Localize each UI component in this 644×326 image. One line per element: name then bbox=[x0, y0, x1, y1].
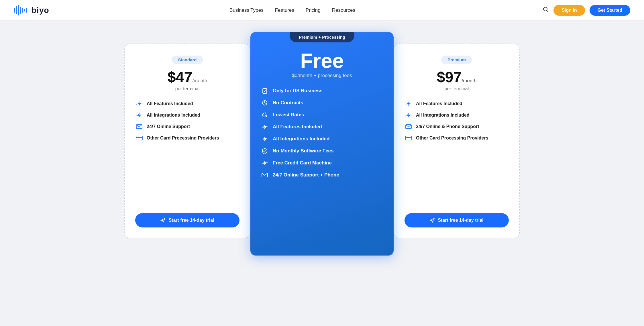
standard-badge: Standard bbox=[172, 56, 203, 64]
featured-badge: Premium + Processing bbox=[290, 32, 354, 42]
feature-all-integrations: All Integrations Included bbox=[135, 112, 239, 118]
standard-plan-card: Standard $47/month per terminal All Feat… bbox=[124, 44, 250, 238]
svg-rect-0 bbox=[14, 8, 15, 13]
search-icon bbox=[543, 6, 549, 13]
featured-features-list: Only for US Business No Contracts Lowest… bbox=[261, 88, 383, 178]
pie-icon bbox=[261, 100, 269, 106]
clipboard-check-icon bbox=[261, 88, 269, 94]
featured-plan-card: Premium + Processing Free $0/month + pro… bbox=[250, 32, 394, 256]
standard-price-display: $47/month bbox=[168, 70, 207, 85]
send-icon bbox=[160, 218, 166, 223]
feat-lowest-rates: Lowest Rates bbox=[261, 112, 383, 118]
svg-rect-1 bbox=[16, 6, 17, 14]
standard-price: $47/month bbox=[168, 70, 207, 85]
email-icon bbox=[135, 123, 143, 130]
svg-rect-4 bbox=[22, 8, 23, 13]
svg-line-8 bbox=[547, 11, 549, 12]
featured-price: Free bbox=[300, 50, 344, 71]
getstarted-button[interactable]: Get Started bbox=[590, 5, 630, 16]
feature-all-features: All Features Included bbox=[135, 101, 239, 107]
feat-free-machine: Free Credit Card Machine bbox=[261, 160, 383, 166]
feat-all-integrations: All Integrations Included bbox=[261, 136, 383, 142]
feat-email-icon bbox=[261, 172, 269, 178]
featured-price-sub: $0/month + processing fees bbox=[292, 73, 352, 78]
feat-no-contracts: No Contracts bbox=[261, 100, 383, 106]
feat-no-monthly-fees: No Monthly Software Fees bbox=[261, 148, 383, 154]
lightning-icon bbox=[135, 101, 143, 107]
svg-rect-5 bbox=[24, 9, 25, 11]
prem-feature-card-providers: Other Card Processing Providers bbox=[405, 135, 509, 141]
basket-icon bbox=[261, 112, 269, 118]
svg-rect-6 bbox=[26, 8, 27, 13]
nav-pricing[interactable]: Pricing bbox=[306, 7, 321, 13]
nav-resources[interactable]: Resources bbox=[332, 7, 355, 13]
prem-lightning-icon bbox=[405, 101, 413, 107]
feat-us-business: Only for US Business bbox=[261, 88, 383, 94]
svg-rect-33 bbox=[405, 137, 412, 138]
svg-rect-2 bbox=[18, 5, 19, 15]
feat-247-support: 24/7 Online Support + Phone bbox=[261, 172, 383, 178]
svg-rect-16 bbox=[263, 89, 267, 93]
card-icon bbox=[135, 135, 143, 141]
svg-rect-3 bbox=[20, 7, 21, 14]
premium-badge: Premium bbox=[441, 56, 472, 64]
prem-feature-all-features: All Features Included bbox=[405, 101, 509, 107]
feat-bolt-icon bbox=[261, 136, 269, 142]
prem-bolt-icon bbox=[405, 112, 413, 118]
logo-waves-icon bbox=[14, 5, 29, 15]
nav-features[interactable]: Features bbox=[275, 7, 294, 13]
signin-button[interactable]: Sign In bbox=[553, 5, 585, 16]
feature-support: 24/7 Online Support bbox=[135, 123, 239, 130]
standard-features-list: All Features Included All Integrations I… bbox=[135, 101, 239, 141]
nav-business-types[interactable]: Business Types bbox=[229, 7, 264, 13]
logo-text: biyo bbox=[32, 6, 49, 15]
feat-lightning2-icon bbox=[261, 160, 269, 166]
premium-features-list: All Features Included All Integrations I… bbox=[405, 101, 509, 141]
feat-lightning-icon bbox=[261, 124, 269, 130]
prem-feature-support: 24/7 Online & Phone Support bbox=[405, 123, 509, 130]
prem-send-icon bbox=[430, 218, 435, 223]
search-button[interactable] bbox=[543, 6, 549, 14]
prem-email-icon bbox=[405, 123, 413, 130]
logo[interactable]: biyo bbox=[14, 5, 49, 15]
prem-card-icon bbox=[405, 135, 413, 141]
premium-price-display: $97/month bbox=[437, 70, 477, 85]
nav-divider bbox=[538, 6, 538, 15]
premium-price: $97/month bbox=[437, 70, 477, 85]
premium-plan-card: Premium $97/month per terminal All Featu… bbox=[394, 44, 520, 238]
prem-feature-integrations: All Integrations Included bbox=[405, 112, 509, 118]
feat-all-features: All Features Included bbox=[261, 124, 383, 130]
standard-per-terminal: per terminal bbox=[175, 86, 199, 91]
feature-card-providers: Other Card Processing Providers bbox=[135, 135, 239, 141]
premium-trial-button[interactable]: Start free 14-day trial bbox=[405, 213, 509, 227]
bolt-icon bbox=[135, 112, 143, 118]
premium-per-terminal: per terminal bbox=[445, 86, 469, 91]
svg-rect-15 bbox=[136, 137, 142, 138]
standard-trial-button[interactable]: Start free 14-day trial bbox=[135, 213, 239, 227]
shield-check-icon bbox=[261, 148, 269, 154]
